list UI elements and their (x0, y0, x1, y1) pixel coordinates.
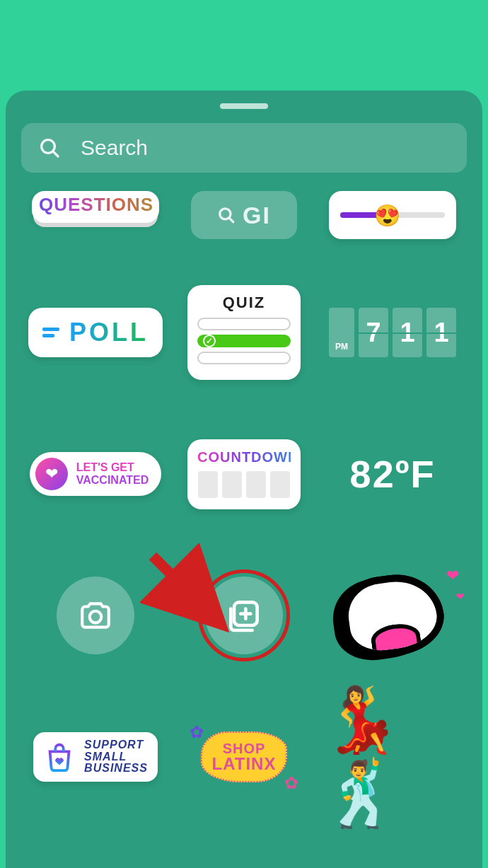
search-input[interactable]: Search (21, 123, 467, 173)
quiz-option (197, 318, 291, 330)
camera-icon (78, 598, 113, 633)
quiz-sticker[interactable]: QUIZ (187, 285, 301, 380)
countdown-digits-icon (197, 471, 291, 498)
mouth-sticker[interactable]: ❤ ❤ (336, 569, 449, 661)
quiz-option-correct (197, 335, 291, 347)
clock-ampm: PM (329, 308, 354, 357)
clock-digit: 1 (393, 308, 422, 357)
svg-line-3 (229, 218, 233, 221)
heart-badge-icon: ❤ (35, 458, 68, 490)
shop-latinx-label: SHOP LATINX (201, 731, 288, 782)
mouth-icon (337, 569, 448, 663)
quiz-option (197, 352, 291, 364)
sheet-grabber[interactable] (220, 103, 268, 109)
support-small-business-sticker[interactable]: SUPPORT SMALL BUSINESS (33, 732, 158, 782)
heart-icon: ❤ (446, 567, 459, 585)
questions-sticker[interactable]: QUESTIONS (32, 191, 159, 223)
emoji-slider-sticker[interactable]: 😍 (329, 191, 456, 239)
heart-eyes-emoji-icon: 😍 (374, 203, 400, 228)
clock-digit: 1 (426, 308, 456, 357)
svg-point-4 (90, 611, 102, 623)
gif-search-sticker[interactable]: GI (191, 191, 297, 239)
camera-button[interactable] (57, 577, 134, 654)
quiz-label: QUIZ (197, 294, 291, 312)
temperature-sticker[interactable]: 82ºF (350, 452, 436, 496)
time-sticker[interactable]: PM 7 1 1 (329, 308, 456, 357)
slider-track: 😍 (340, 212, 445, 218)
search-placeholder: Search (81, 136, 148, 160)
ssb-label: SUPPORT SMALL BUSINESS (84, 739, 148, 775)
svg-line-1 (53, 151, 58, 156)
poll-label: POLL (69, 318, 149, 347)
poll-sticker[interactable]: POLL (28, 308, 163, 357)
countdown-sticker[interactable]: COUNTDOWN (187, 439, 301, 509)
sticker-tray-sheet: Search QUESTIONS GI (6, 91, 482, 868)
gallery-plus-icon (224, 596, 264, 635)
gif-label: GI (243, 202, 271, 229)
search-icon (217, 206, 236, 224)
poll-lines-icon (42, 325, 59, 340)
clock-digit: 7 (359, 308, 388, 357)
dancers-sticker[interactable]: 💃🕺 (322, 683, 463, 831)
questions-label: QUESTIONS (39, 194, 153, 215)
heart-icon: ❤ (456, 591, 465, 602)
add-media-button[interactable] (205, 577, 283, 654)
vaccinated-label: LET'S GET VACCINATED (76, 461, 149, 486)
search-icon (38, 137, 61, 159)
shop-latinx-sticker[interactable]: SHOP LATINX (191, 718, 297, 796)
vaccinated-sticker[interactable]: ❤ LET'S GET VACCINATED (30, 452, 162, 496)
shopping-bag-icon (43, 741, 76, 773)
countdown-label: COUNTDOWN (197, 449, 291, 465)
